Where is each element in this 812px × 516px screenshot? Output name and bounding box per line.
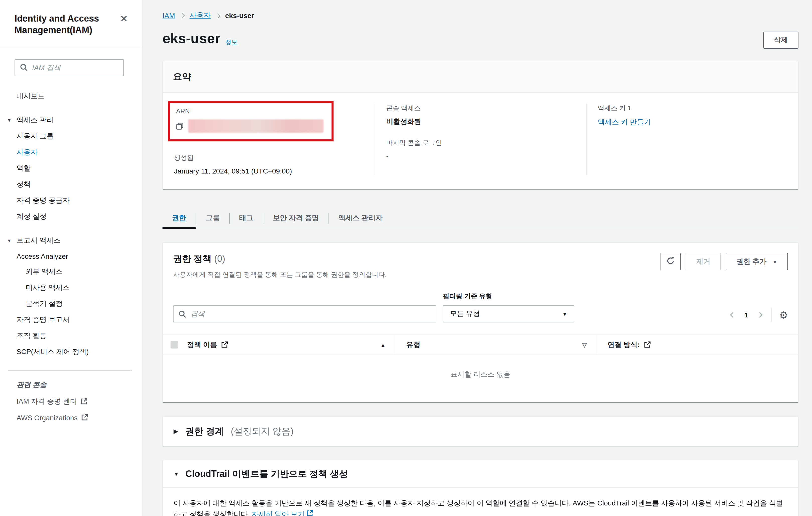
- created-label: 생성됨: [174, 153, 364, 163]
- sidebar-search-input[interactable]: [32, 64, 118, 72]
- sidebar: Identity and Access Management(IAM) ✕ 대시…: [0, 0, 142, 516]
- last-login-value: -: [386, 152, 575, 160]
- sidebar-item-external-access[interactable]: 외부 액세스: [0, 264, 142, 280]
- sort-ascending-icon[interactable]: ▲: [380, 342, 386, 348]
- link-iam-identity-center[interactable]: IAM 자격 증명 센터: [17, 397, 142, 406]
- sidebar-search-box: [14, 59, 124, 76]
- permissions-title: 권한 정책(0): [173, 253, 387, 265]
- sidebar-item-access-analyzer[interactable]: Access Analyzer: [0, 249, 142, 264]
- type-filter-select[interactable]: 모든 유형 ▼: [443, 306, 574, 322]
- access-key-field: 액세스 키 1 액세스 키 만들기: [598, 104, 787, 127]
- refresh-button[interactable]: [661, 253, 680, 270]
- external-link-icon: [644, 342, 650, 348]
- remove-button[interactable]: 제거: [686, 253, 721, 270]
- sidebar-item-user-groups[interactable]: 사용자 그룹: [0, 128, 142, 144]
- sidebar-item-users[interactable]: 사용자: [0, 144, 142, 161]
- sidebar-section-access-management[interactable]: ▼ 액세스 관리: [0, 112, 142, 128]
- tab-security-credentials[interactable]: 보안 자격 증명: [263, 208, 328, 228]
- chevron-right-icon: [757, 312, 763, 318]
- chevron-down-icon: ▼: [7, 238, 11, 243]
- related-consoles-label: 관련 콘솔: [17, 381, 142, 390]
- sidebar-section-access-reports[interactable]: ▼ 보고서 액세스: [0, 233, 142, 249]
- column-type[interactable]: 유형 ▽: [395, 335, 596, 354]
- copy-icon[interactable]: [176, 122, 183, 130]
- sidebar-nav: 대시보드 ▼ 액세스 관리 사용자 그룹 사용자 역할 정책 자격 증명 공급자…: [0, 80, 142, 422]
- sidebar-item-unused-access[interactable]: 미사용 액세스: [0, 280, 142, 296]
- permissions-panel-top: 권한 정책(0) 사용자에게 직접 연결된 정책을 통해 또는 그룹을 통해 권…: [163, 243, 798, 322]
- create-access-key-link[interactable]: 액세스 키 만들기: [598, 118, 651, 126]
- chevron-down-icon: ▼: [7, 118, 11, 123]
- sidebar-item-analyzer-settings[interactable]: 분석기 설정: [0, 296, 142, 312]
- policy-search-input[interactable]: [191, 310, 431, 318]
- sidebar-item-roles[interactable]: 역할: [0, 161, 142, 176]
- breadcrumb-current: eks-user: [225, 11, 254, 20]
- column-policy-name[interactable]: 정책 이름 ▲: [185, 335, 395, 354]
- info-link[interactable]: 정보: [225, 38, 237, 47]
- sidebar-item-scp[interactable]: SCP(서비스 제어 정책): [0, 344, 142, 360]
- prev-page-button[interactable]: [729, 311, 737, 319]
- created-value: January 11, 2024, 09:51 (UTC+09:00): [174, 167, 364, 175]
- search-icon: [178, 310, 186, 318]
- sidebar-item-credential-report[interactable]: 자격 증명 보고서: [0, 312, 142, 328]
- cloudtrail-header[interactable]: ▼ CloudTrail 이벤트를 기반으로 정책 생성: [163, 460, 798, 488]
- permissions-titles: 권한 정책(0) 사용자에게 직접 연결된 정책을 통해 또는 그룹을 통해 권…: [173, 253, 387, 279]
- next-page-button[interactable]: [756, 311, 764, 319]
- summary-card: 요약 ARN 생성됨 January 1: [163, 61, 799, 190]
- cloudtrail-section: ▼ CloudTrail 이벤트를 기반으로 정책 생성 이 사용자에 대한 액…: [163, 460, 799, 516]
- pagination: 1 ⚙: [729, 307, 788, 322]
- pagination-divider: [772, 307, 772, 322]
- tab-groups[interactable]: 그룹: [196, 208, 229, 228]
- policy-search-box: [173, 306, 436, 322]
- arn-annotation-highlight: ARN: [168, 101, 334, 141]
- tab-tags[interactable]: 태그: [230, 208, 263, 228]
- console-access-label: 콘솔 액세스: [386, 104, 575, 113]
- sort-toggle-icon[interactable]: ▽: [582, 341, 587, 348]
- last-login-field: 마지막 콘솔 로그인 -: [386, 138, 575, 160]
- cloudtrail-body: 이 사용자에 대한 액세스 활동을 기반으로 새 정책을 생성한 다음, 이를 …: [163, 488, 798, 516]
- delete-button[interactable]: 삭제: [763, 32, 799, 49]
- console-access-value: 비활성화됨: [386, 117, 575, 126]
- sidebar-item-identity-providers[interactable]: 자격 증명 공급자: [0, 193, 142, 209]
- permissions-boundary-expander[interactable]: ▶ 권한 경계 (설정되지 않음): [163, 416, 799, 446]
- type-filter-group: 필터링 기준 유형 모든 유형 ▼: [443, 292, 574, 322]
- close-icon[interactable]: ✕: [119, 13, 129, 25]
- arn-label: ARN: [176, 107, 325, 115]
- chevron-right-icon: [215, 13, 221, 18]
- related-consoles: 관련 콘솔 IAM 자격 증명 센터 AWS Organizations: [0, 380, 142, 422]
- last-login-label: 마지막 콘솔 로그인: [386, 138, 575, 147]
- sidebar-title: Identity and Access Management(IAM): [14, 13, 113, 37]
- tab-access-advisor[interactable]: 액세스 관리자: [329, 208, 392, 228]
- add-permissions-button[interactable]: 권한 추가▼: [726, 253, 788, 270]
- learn-more-link[interactable]: 자세히 알아 보기: [252, 510, 313, 516]
- tabstrip: 권한 그룹 태그 보안 자격 증명 액세스 관리자: [163, 208, 799, 228]
- select-all-checkbox[interactable]: [170, 341, 178, 348]
- permissions-count: (0): [214, 254, 225, 264]
- chevron-left-icon: [730, 312, 736, 318]
- summary-col-console: 콘솔 액세스 비활성화됨 마지막 콘솔 로그인 -: [375, 104, 586, 175]
- sidebar-item-dashboard[interactable]: 대시보드: [0, 88, 142, 104]
- external-link-icon: [81, 414, 88, 421]
- summary-col-access-key: 액세스 키 1 액세스 키 만들기: [586, 104, 798, 175]
- sidebar-item-organization-activity[interactable]: 조직 활동: [0, 328, 142, 344]
- console-access-field: 콘솔 액세스 비활성화됨: [386, 104, 575, 126]
- breadcrumb-iam[interactable]: IAM: [163, 11, 175, 20]
- tab-permissions[interactable]: 권한: [163, 208, 196, 228]
- sidebar-item-policies[interactable]: 정책: [0, 176, 142, 193]
- sidebar-search-wrap: [0, 48, 142, 80]
- column-attached-via[interactable]: 연결 방식:: [596, 335, 798, 354]
- gear-icon[interactable]: ⚙: [779, 310, 788, 320]
- main-content: IAM 사용자 eks-user eks-user 정보 삭제 요약 ARN: [142, 0, 812, 516]
- summary-body: ARN 생성됨 January 11, 2024, 09:51 (UTC+09:…: [163, 93, 798, 189]
- page-number: 1: [744, 311, 748, 319]
- chevron-down-icon: ▼: [773, 259, 777, 264]
- breadcrumb-users[interactable]: 사용자: [190, 11, 211, 20]
- external-link-icon: [81, 398, 87, 405]
- link-aws-organizations[interactable]: AWS Organizations: [17, 414, 142, 422]
- permissions-actions: 제거 권한 추가▼: [661, 253, 788, 270]
- boundary-title: 권한 경계: [185, 425, 224, 437]
- external-link-icon: [221, 342, 228, 348]
- page-title: eks-user: [163, 31, 220, 47]
- sidebar-item-account-settings[interactable]: 계정 설정: [0, 209, 142, 225]
- table-header: 정책 이름 ▲ 유형 ▽ 연결 방식:: [163, 335, 798, 355]
- permissions-description: 사용자에게 직접 연결된 정책을 통해 또는 그룹을 통해 권한을 정의합니다.: [173, 270, 387, 279]
